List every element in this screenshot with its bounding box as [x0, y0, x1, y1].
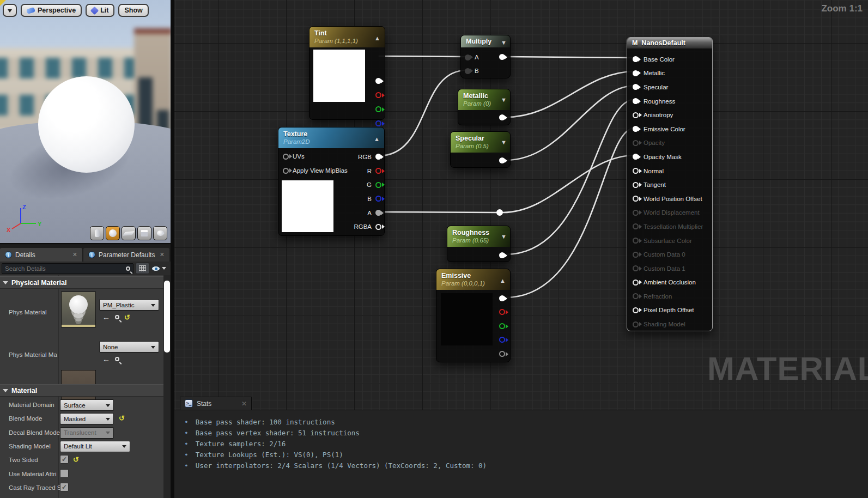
- material-input-world-displacement[interactable]: World Displacement: [627, 206, 712, 220]
- reroute-node[interactable]: [496, 209, 503, 216]
- pin-g-output[interactable]: [375, 106, 381, 112]
- material-input-metallic[interactable]: Metallic: [627, 66, 712, 81]
- pin-r-output[interactable]: [499, 309, 505, 315]
- preview-shape-cube-button[interactable]: [137, 226, 151, 240]
- pin-icon[interactable]: [633, 238, 639, 244]
- pin-icon[interactable]: [633, 280, 639, 286]
- pin-icon[interactable]: [633, 140, 639, 146]
- phys-material-mask-dropdown[interactable]: None: [99, 341, 159, 353]
- pin-icon[interactable]: [633, 112, 639, 118]
- pin-uvs-input[interactable]: [283, 154, 289, 160]
- material-input-refraction[interactable]: Refraction: [627, 289, 712, 303]
- collapse-down-icon[interactable]: ▼: [501, 39, 507, 46]
- pin-icon[interactable]: [633, 293, 639, 299]
- pin-icon[interactable]: [633, 182, 639, 188]
- collapse-up-icon[interactable]: ▲: [374, 136, 380, 142]
- multiply-input-a[interactable]: A: [465, 54, 479, 60]
- material-input-pixel-depth-offset[interactable]: Pixel Depth Offset: [627, 303, 712, 318]
- texture-output-rgb[interactable]: RGB: [343, 150, 381, 164]
- material-input-shading-model[interactable]: Shading Model: [627, 317, 712, 331]
- material-input-world-position-offset[interactable]: World Position Offset: [627, 192, 712, 206]
- material-input-custom-data-1[interactable]: Custom Data 1: [627, 262, 712, 276]
- search-input[interactable]: [5, 265, 126, 272]
- pin-b-output[interactable]: [375, 120, 381, 126]
- close-icon[interactable]: ✕: [160, 251, 165, 258]
- node-texture-header[interactable]: Texture Param2D ▲: [278, 127, 384, 148]
- node-specular[interactable]: Specular Param (0.5) ▼: [450, 131, 511, 168]
- material-input-custom-data-0[interactable]: Custom Data 0: [627, 247, 712, 262]
- node-roughness-header[interactable]: Roughness Param (0.65) ▼: [447, 226, 510, 247]
- pin-icon[interactable]: [633, 70, 639, 76]
- node-tint-header[interactable]: Tint Param (1,1,1,1) ▲: [309, 27, 385, 47]
- material-domain-dropdown[interactable]: Surface: [60, 399, 114, 411]
- pin-icon[interactable]: [375, 196, 381, 202]
- pin-icon[interactable]: [375, 210, 381, 216]
- pin-multiply-output[interactable]: [499, 54, 505, 60]
- pin-mipbias-input[interactable]: [283, 168, 289, 174]
- node-metallic-header[interactable]: Metallic Param (0) ▼: [458, 89, 510, 110]
- pin-icon[interactable]: [633, 307, 639, 313]
- node-roughness[interactable]: Roughness Param (0.65) ▼: [447, 226, 511, 262]
- cast-ray-traced-s-checkbox[interactable]: ✓: [60, 483, 69, 491]
- material-output-header[interactable]: M_NanosDefault: [627, 38, 712, 48]
- node-emissive[interactable]: Emissive Param (0,0,0,1) ▲: [436, 269, 511, 362]
- pin-roughness-output[interactable]: [499, 252, 505, 258]
- close-icon[interactable]: ✕: [72, 251, 77, 258]
- node-material-output[interactable]: M_NanosDefault Base ColorMetallicSpecula…: [627, 37, 713, 331]
- browse-icon[interactable]: [115, 315, 119, 319]
- details-scrollbar-track[interactable]: [163, 275, 171, 498]
- preview-shape-plane-button[interactable]: [122, 226, 136, 240]
- material-input-tessellation-multiplier[interactable]: Tessellation Multiplier: [627, 220, 712, 234]
- pin-icon[interactable]: [633, 84, 639, 90]
- pin-rgb-output[interactable]: [375, 78, 381, 84]
- node-tint[interactable]: Tint Param (1,1,1,1) ▲: [309, 26, 385, 120]
- material-input-subsurface-color[interactable]: Subsurface Color: [627, 234, 712, 248]
- preview-shape-sphere-button[interactable]: [106, 226, 120, 240]
- tab-parameter-defaults[interactable]: i Parameter Defaults ✕: [83, 248, 169, 262]
- pin-g-output[interactable]: [499, 323, 505, 329]
- collapse-down-icon[interactable]: ▼: [501, 233, 507, 240]
- collapse-down-icon[interactable]: ▼: [501, 96, 507, 103]
- pin-icon[interactable]: [633, 98, 639, 104]
- material-input-opacity-mask[interactable]: Opacity Mask: [627, 150, 712, 164]
- panel-divider[interactable]: [171, 0, 174, 498]
- texture-input-uvs[interactable]: UVs: [283, 153, 305, 160]
- use-selected-icon[interactable]: ←: [102, 355, 110, 363]
- use-material-attri-checkbox[interactable]: [60, 469, 69, 478]
- pin-metallic-output[interactable]: [499, 114, 505, 120]
- reset-icon[interactable]: ↺: [119, 415, 125, 422]
- material-input-roughness[interactable]: Roughness: [627, 94, 712, 108]
- material-input-ambient-occlusion[interactable]: Ambient Occlusion: [627, 276, 712, 290]
- lit-button[interactable]: Lit: [86, 4, 114, 17]
- pin-icon[interactable]: [633, 210, 639, 216]
- phys-material-thumbnail[interactable]: [61, 291, 96, 327]
- material-input-specular[interactable]: Specular: [627, 80, 712, 94]
- expand-icon[interactable]: [3, 389, 8, 395]
- two-sided-checkbox[interactable]: ✓: [60, 455, 69, 464]
- texture-input-mipbias[interactable]: Apply View MipBias: [283, 167, 348, 174]
- pin-icon[interactable]: [375, 182, 381, 188]
- browse-icon[interactable]: [115, 357, 119, 361]
- node-metallic[interactable]: Metallic Param (0) ▼: [458, 89, 511, 125]
- blend-mode-dropdown[interactable]: Masked: [60, 413, 114, 424]
- expand-icon[interactable]: [3, 281, 8, 287]
- phys-material-dropdown[interactable]: PM_Plastic: [99, 299, 159, 311]
- section-material[interactable]: Material: [0, 384, 171, 397]
- texture-output-r[interactable]: R: [343, 164, 381, 178]
- search-box[interactable]: [2, 263, 133, 274]
- node-texture[interactable]: Texture Param2D ▲ UVs Apply View MipBias…: [278, 127, 385, 236]
- node-multiply-header[interactable]: Multiply ▼: [461, 35, 510, 47]
- material-input-opacity[interactable]: Opacity: [627, 136, 712, 150]
- pin-icon[interactable]: [633, 126, 639, 132]
- section-physical-material[interactable]: Physical Material: [0, 276, 171, 289]
- pin-rgb-output[interactable]: [499, 295, 505, 301]
- material-input-normal[interactable]: Normal: [627, 164, 712, 178]
- pin-icon[interactable]: [633, 196, 639, 202]
- pin-icon[interactable]: [633, 168, 639, 174]
- shading-model-dropdown[interactable]: Default Lit: [60, 441, 130, 452]
- texture-output-g[interactable]: G: [343, 178, 381, 192]
- visibility-filter-button[interactable]: [151, 265, 166, 272]
- preview-shape-cylinder-button[interactable]: [90, 226, 104, 240]
- material-input-anisotropy[interactable]: Anisotropy: [627, 108, 712, 122]
- texture-output-a[interactable]: A: [343, 206, 381, 220]
